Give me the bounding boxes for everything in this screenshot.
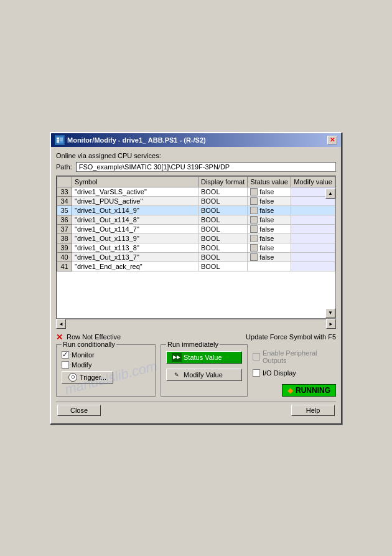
table-row[interactable]: 41"drive1_End_ack_req"BOOL: [57, 262, 335, 271]
cell-status: false: [248, 243, 291, 252]
status-checkbox: [250, 235, 258, 242]
close-button[interactable]: Close: [57, 405, 101, 416]
status-checkbox: [250, 244, 258, 252]
svg-rect-2: [57, 139, 59, 141]
status-checkbox: [250, 207, 258, 214]
modify-checkbox[interactable]: [62, 361, 69, 369]
cell-format: BOOL: [198, 187, 247, 196]
cell-symbol: "drive1_Out_x114_7": [72, 224, 198, 233]
path-value: FSO_example\SIMATIC 30[1]\CPU 319F-3PN/D…: [76, 162, 336, 172]
cell-modify: [291, 252, 335, 262]
cell-row-num: 35: [57, 205, 72, 215]
enable-peripheral-checkbox: [253, 353, 260, 360]
cell-status: false: [248, 187, 291, 196]
io-display-checkbox[interactable]: [253, 369, 260, 377]
trigger-icon: ⊙: [68, 373, 77, 382]
cell-row-num: 33: [57, 187, 72, 196]
help-button[interactable]: Help: [291, 405, 335, 416]
cell-modify: [291, 243, 335, 252]
modify-value-label: Modify Value: [184, 371, 223, 379]
cell-status: false: [248, 224, 291, 233]
cell-row-num: 39: [57, 243, 72, 252]
data-table: Symbol Display format Status value Modif…: [57, 176, 335, 271]
monitor-row: Monitor: [62, 351, 150, 359]
table-header-row: Symbol Display format Status value Modif…: [57, 176, 335, 187]
status-text: false: [259, 207, 274, 214]
status-checkbox: [250, 253, 258, 261]
cell-status: false: [248, 205, 291, 215]
cell-modify: [291, 215, 335, 224]
io-display-label: I/O Display: [263, 369, 296, 377]
table-row[interactable]: 37"drive1_Out_x114_7"BOOLfalse: [57, 224, 335, 233]
status-value-button[interactable]: ▶▶ Status Value: [166, 351, 242, 364]
monitor-table: Symbol Display format Status value Modif…: [56, 176, 336, 319]
cell-symbol: "drive1_Out_x114_9": [72, 205, 198, 215]
cell-status: false: [248, 215, 291, 224]
cell-modify: [291, 233, 335, 243]
run-conditionally-group: Run conditionally Monitor Modify ⊙ Trigg…: [56, 344, 156, 397]
scroll-down-button[interactable]: ▼: [325, 308, 335, 318]
table-row[interactable]: 40"drive1_Out_x113_7"BOOLfalse: [57, 252, 335, 262]
status-text: false: [259, 197, 274, 205]
cell-row-num: 34: [57, 196, 72, 205]
cell-modify: [291, 262, 335, 271]
cell-row-num: 37: [57, 224, 72, 233]
cell-row-num: 36: [57, 215, 72, 224]
footer-buttons: Close Help: [56, 402, 336, 418]
table-row[interactable]: 33"drive1_VarSLS_active"BOOLfalse: [57, 187, 335, 196]
cell-format: BOOL: [198, 215, 247, 224]
cell-status: false: [248, 252, 291, 262]
cell-row-num: 41: [57, 262, 72, 271]
scroll-left-button[interactable]: ◄: [56, 319, 66, 329]
window-content: Online via assigned CPU services: Path: …: [51, 147, 341, 423]
table-row[interactable]: 34"drive1_PDUS_active"BOOLfalse: [57, 196, 335, 205]
online-info: Online via assigned CPU services:: [56, 152, 336, 159]
status-text: false: [259, 216, 274, 224]
title-bar-left: Monitor/Modify - drive1_ ABB.PS1 - (R-/S…: [55, 135, 206, 145]
cell-format: BOOL: [198, 252, 247, 262]
table-row[interactable]: 38"drive1_Out_x113_9"BOOLfalse: [57, 233, 335, 243]
cell-symbol: "drive1_VarSLS_active": [72, 187, 198, 196]
cell-format: BOOL: [198, 196, 247, 205]
svg-rect-1: [57, 138, 59, 139]
modify-value-button[interactable]: ✎ Modify Value: [166, 369, 242, 381]
path-row: Path: FSO_example\SIMATIC 30[1]\CPU 319F…: [56, 162, 336, 172]
table-row[interactable]: 35"drive1_Out_x114_9"BOOLfalse: [57, 205, 335, 215]
cell-row-num: 38: [57, 233, 72, 243]
path-label: Path:: [56, 163, 72, 171]
cell-status: [248, 262, 291, 271]
table-scroll-area[interactable]: Symbol Display format Status value Modif…: [57, 176, 335, 318]
cell-row-num: 40: [57, 252, 72, 262]
status-checkbox: [250, 225, 258, 233]
close-window-button[interactable]: ✕: [327, 136, 337, 144]
cell-modify: [291, 224, 335, 233]
col-status-value: Status value: [248, 176, 291, 187]
scroll-up-button[interactable]: ▲: [325, 189, 335, 199]
col-modify-value: Modify value: [291, 176, 335, 187]
cell-format: BOOL: [198, 262, 247, 271]
running-diamond-icon: ◆: [287, 386, 293, 395]
modify-value-icon: ✎: [172, 370, 182, 379]
io-display-row: I/O Display: [253, 369, 336, 377]
running-label: RUNNING: [296, 386, 330, 395]
monitor-checkbox[interactable]: [62, 351, 69, 359]
monitor-label: Monitor: [72, 351, 95, 359]
cell-symbol: "drive1_Out_x113_8": [72, 243, 198, 252]
cell-format: BOOL: [198, 205, 247, 215]
main-window: Monitor/Modify - drive1_ ABB.PS1 - (R-/S…: [50, 132, 342, 425]
groups-row: Run conditionally Monitor Modify ⊙ Trigg…: [56, 344, 336, 397]
status-text: false: [259, 188, 274, 196]
cell-symbol: "drive1_End_ack_req": [72, 262, 198, 271]
running-badge: ◆ RUNNING: [282, 384, 336, 397]
run-conditionally-title: Run conditionally: [62, 341, 116, 348]
table-row[interactable]: 39"drive1_Out_x113_8"BOOLfalse: [57, 243, 335, 252]
status-checkbox: [250, 188, 258, 196]
table-row[interactable]: 36"drive1_Out_x114_8"BOOLfalse: [57, 215, 335, 224]
right-options-group: Enable Peripheral Outputs I/O Display ◆ …: [253, 344, 336, 397]
title-bar: Monitor/Modify - drive1_ ABB.PS1 - (R-/S…: [51, 133, 341, 147]
horizontal-scrollbar[interactable]: ◄ ►: [56, 319, 336, 329]
cell-status: false: [248, 196, 291, 205]
scroll-right-button[interactable]: ►: [326, 319, 336, 329]
cell-symbol: "drive1_Out_x113_7": [72, 252, 198, 262]
trigger-button[interactable]: ⊙ Trigger...: [62, 371, 113, 384]
